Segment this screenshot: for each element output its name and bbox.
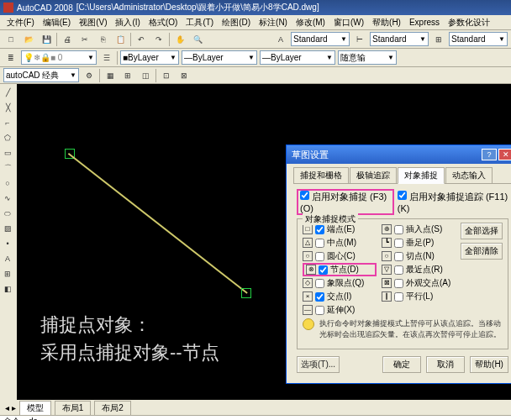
cancel-button[interactable]: 取消 (426, 356, 465, 373)
osnap-check[interactable] (394, 252, 403, 261)
dimstyle-combo[interactable]: Standard▼ (370, 32, 429, 46)
color-combo[interactable]: ■ByLayer▼ (120, 50, 179, 65)
ellipse-icon[interactable]: ⬭ (1, 207, 14, 220)
osnap-check[interactable] (315, 306, 324, 315)
command-line[interactable]: 命令： ds (0, 415, 511, 420)
app-icon (3, 3, 13, 13)
osnap-check[interactable] (315, 279, 324, 288)
circle-icon[interactable]: ○ (1, 176, 14, 190)
tab-polar[interactable]: 极轴追踪 (350, 167, 397, 183)
osnap-check[interactable] (394, 265, 403, 275)
dimstyle-icon[interactable]: ⊢ (352, 32, 367, 47)
osnap-label: 插入点(S) (406, 225, 442, 234)
xline-icon[interactable]: ╳ (1, 101, 14, 114)
clear-all-button[interactable]: 全部清除 (461, 243, 503, 260)
enable-track-check[interactable] (398, 191, 407, 200)
redo-icon[interactable]: ↷ (151, 32, 166, 47)
menu-dim[interactable]: 标注(N) (256, 16, 291, 29)
line-icon[interactable]: ╱ (1, 86, 14, 99)
layerstate-icon[interactable]: ☰ (99, 50, 114, 66)
menu-view[interactable]: 视图(V) (76, 16, 110, 29)
misc-combo[interactable]: 随意输▼ (338, 50, 397, 65)
region-icon[interactable]: ◧ (1, 282, 14, 296)
tblstyle-icon[interactable]: ⊞ (431, 32, 446, 47)
menu-express[interactable]: Express (406, 17, 443, 28)
osnap-item-中点(M): △中点(M) (303, 236, 377, 249)
osnap-item-切点(N): ○切点(N) (382, 249, 456, 263)
layer-icon[interactable]: ≣ (3, 50, 18, 66)
osnap-check[interactable] (319, 265, 328, 275)
spline-icon[interactable]: ∿ (1, 192, 14, 205)
dialog-titlebar[interactable]: 草图设置 ? ✕ (287, 145, 511, 164)
osnap-check[interactable] (394, 292, 403, 302)
q1-icon[interactable]: ▦ (103, 68, 118, 83)
poly-icon[interactable]: ⬠ (1, 131, 14, 144)
menu-help[interactable]: 帮助(H) (369, 16, 404, 29)
tab-snapgrid[interactable]: 捕捉和栅格 (293, 167, 349, 183)
new-icon[interactable]: □ (3, 32, 18, 47)
osnap-check[interactable] (315, 239, 324, 248)
dialog-close-icon[interactable]: ✕ (498, 149, 511, 160)
rect-icon[interactable]: ▭ (1, 146, 14, 160)
point-icon[interactable]: • (1, 237, 14, 250)
ws-icon[interactable]: ⚙ (82, 68, 97, 83)
paste-icon[interactable]: 📋 (113, 32, 128, 47)
menu-modify[interactable]: 修改(M) (292, 16, 329, 29)
menu-draw[interactable]: 绘图(D) (219, 16, 254, 29)
menu-file[interactable]: 文件(F) (3, 16, 38, 29)
tab-layout2[interactable]: 布局2 (94, 401, 131, 415)
osnap-label: 切点(N) (406, 252, 435, 260)
pan-icon[interactable]: ✋ (172, 32, 187, 47)
ltype-combo[interactable]: —ByLayer▼ (182, 50, 257, 65)
ok-button[interactable]: 确定 (382, 356, 421, 373)
cut-icon[interactable]: ✂ (77, 32, 92, 47)
hatch-icon[interactable]: ▨ (1, 222, 14, 235)
osnap-mode-icon: ◇ (303, 278, 313, 288)
tab-osnap[interactable]: 对象捕捉 (398, 167, 445, 184)
enable-osnap-check[interactable] (300, 191, 309, 200)
menu-tools[interactable]: 工具(T) (182, 16, 217, 29)
menu-format[interactable]: 格式(O) (145, 16, 181, 29)
table-icon[interactable]: ⊞ (1, 267, 14, 281)
open-icon[interactable]: 📂 (21, 32, 36, 47)
help-button[interactable]: 帮助(H) (470, 356, 508, 373)
menu-param[interactable]: 参数化设计 (445, 16, 493, 29)
layer-combo[interactable]: 💡❄🔒■ 0▼ (21, 50, 97, 65)
drawing-canvas[interactable]: 捕捉点对象： 采用点捕捉对象--节点 跟着小8学CAD 草图设置 ? ✕ 捕捉和… (17, 84, 511, 400)
copy-icon[interactable]: ⎘ (95, 32, 110, 47)
style-icon[interactable]: A (273, 32, 288, 47)
select-all-button[interactable]: 全部选择 (461, 223, 503, 239)
osnap-check[interactable] (394, 225, 403, 234)
osnap-label: 象限点(Q) (327, 279, 364, 287)
tblstyle-combo[interactable]: Standard▼ (449, 32, 508, 46)
zoom-icon[interactable]: 🔍 (190, 32, 205, 47)
tab-layout1[interactable]: 布局1 (55, 401, 92, 415)
lweight-combo[interactable]: —ByLayer▼ (260, 50, 335, 65)
tab-model[interactable]: 模型 (19, 401, 51, 415)
osnap-check[interactable] (394, 239, 403, 248)
osnap-check[interactable] (315, 225, 324, 234)
q3-icon[interactable]: ◫ (138, 68, 153, 83)
menu-window[interactable]: 窗口(W) (330, 16, 367, 29)
textstyle-combo[interactable]: Standard▼ (291, 32, 350, 46)
undo-icon[interactable]: ↶ (134, 32, 149, 47)
dialog-help-icon[interactable]: ? (482, 149, 497, 160)
arc-icon[interactable]: ⌒ (1, 161, 14, 175)
q4-icon[interactable]: ⊡ (159, 68, 174, 83)
osnap-check[interactable] (315, 292, 324, 302)
q2-icon[interactable]: ⊞ (120, 68, 135, 83)
menu-insert[interactable]: 插入(I) (112, 16, 143, 29)
menu-edit[interactable]: 编辑(E) (40, 16, 74, 29)
q5-icon[interactable]: ⊠ (176, 68, 192, 83)
pline-icon[interactable]: ⌐ (1, 116, 14, 129)
workspace-combo[interactable]: autoCAD 经典▼ (3, 68, 79, 82)
text-icon[interactable]: A (1, 252, 14, 265)
osnap-item-外观交点(A): ⊠外观交点(A) (382, 276, 456, 290)
osnap-check[interactable] (394, 279, 403, 288)
osnap-check[interactable] (315, 252, 324, 261)
save-icon[interactable]: 💾 (39, 32, 54, 47)
print-icon[interactable]: 🖨 (60, 32, 75, 47)
options-button[interactable]: 选项(T)... (297, 356, 340, 373)
osnap-item-垂足(P): ┗垂足(P) (382, 236, 456, 249)
tab-dyn[interactable]: 动态输入 (445, 167, 493, 183)
